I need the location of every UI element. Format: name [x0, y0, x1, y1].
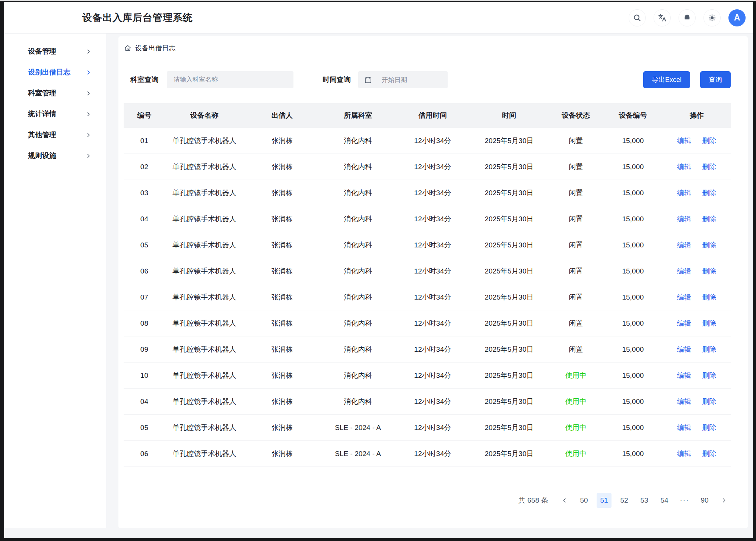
delete-link[interactable]: 删除: [702, 371, 716, 379]
dept-search-input[interactable]: [167, 71, 293, 88]
cell-duration: 12小时34分: [396, 154, 470, 180]
cell-borrower: 张润栋: [244, 180, 320, 206]
delete-link[interactable]: 删除: [702, 137, 716, 145]
edit-link[interactable]: 编辑: [677, 137, 691, 145]
cell-duration: 12小时34分: [396, 206, 470, 232]
cell-device-code: 15,000: [603, 336, 663, 363]
lending-log-table: 编号设备名称出借人所属科室借用时间时间设备状态设备编号操作 01 单孔腔镜手术机…: [124, 103, 731, 467]
edit-link[interactable]: 编辑: [677, 241, 691, 249]
column-header: 编号: [124, 103, 165, 128]
edit-link[interactable]: 编辑: [677, 345, 691, 353]
export-excel-button[interactable]: 导出Excel: [643, 71, 690, 88]
cell-status: 闲置: [549, 180, 603, 206]
pagination-page[interactable]: 52: [617, 493, 632, 508]
edit-link[interactable]: 编辑: [677, 267, 691, 275]
edit-link[interactable]: 编辑: [677, 319, 691, 327]
pagination-page[interactable]: 51: [597, 493, 612, 508]
cell-department: SLE - 2024 - A: [320, 441, 396, 467]
delete-link[interactable]: 删除: [702, 424, 716, 431]
pagination-page[interactable]: 50: [576, 493, 591, 508]
delete-link[interactable]: 删除: [702, 450, 716, 458]
dept-query-label: 科室查询: [130, 75, 159, 85]
delete-link[interactable]: 删除: [702, 267, 716, 275]
chevron-right-icon: [86, 132, 91, 138]
sidebar-item[interactable]: 统计详情: [4, 106, 106, 122]
cell-status: 闲置: [549, 128, 603, 154]
cell-date: 2025年5月30日: [470, 415, 549, 441]
table-row: 05 单孔腔镜手术机器人 张润栋 消化内科 12小时34分 2025年5月30日…: [124, 232, 731, 258]
delete-link[interactable]: 删除: [702, 241, 716, 249]
column-header: 所属科室: [320, 103, 396, 128]
pagination-page[interactable]: 90: [697, 493, 712, 508]
cell-id: 08: [124, 310, 165, 336]
column-header: 时间: [470, 103, 549, 128]
sidebar-item[interactable]: 科室管理: [4, 85, 106, 101]
app-title: 设备出入库后台管理系统: [82, 11, 193, 24]
edit-link[interactable]: 编辑: [677, 398, 691, 405]
edit-link[interactable]: 编辑: [677, 293, 691, 301]
cell-borrower: 张润栋: [244, 336, 320, 363]
query-button[interactable]: 查询: [700, 71, 731, 88]
column-header: 操作: [663, 103, 731, 128]
cell-device-name: 单孔腔镜手术机器人: [165, 232, 244, 258]
cell-status: 使用中: [549, 363, 603, 389]
delete-link[interactable]: 删除: [702, 163, 716, 171]
cell-department: 消化内科: [320, 206, 396, 232]
sidebar-item[interactable]: 设备管理: [4, 43, 106, 60]
pagination-next-button[interactable]: [717, 494, 731, 507]
delete-link[interactable]: 删除: [702, 189, 716, 197]
cell-device-code: 15,000: [603, 441, 663, 467]
cell-device-code: 15,000: [603, 415, 663, 441]
chevron-right-icon: [86, 91, 91, 96]
language-button[interactable]: [654, 9, 671, 26]
chevron-right-icon: [86, 111, 91, 117]
edit-link[interactable]: 编辑: [677, 189, 691, 197]
cell-status: 闲置: [549, 232, 603, 258]
start-date-picker[interactable]: 开始日期: [358, 71, 448, 88]
edit-link[interactable]: 编辑: [677, 163, 691, 171]
pagination-page[interactable]: 53: [637, 493, 652, 508]
edit-link[interactable]: 编辑: [677, 424, 691, 431]
cell-borrower: 张润栋: [244, 441, 320, 467]
cell-actions: 编辑 删除: [663, 154, 731, 180]
cell-duration: 12小时34分: [396, 336, 470, 363]
cell-date: 2025年5月30日: [470, 258, 549, 284]
delete-link[interactable]: 删除: [702, 293, 716, 301]
delete-link[interactable]: 删除: [702, 345, 716, 353]
user-avatar[interactable]: A: [728, 9, 746, 26]
notification-button[interactable]: [679, 9, 696, 26]
pagination-prev-button[interactable]: [558, 494, 571, 507]
sidebar: 设备管理 设别出借日志 科室管理 统计详情 其他: [4, 34, 106, 528]
calendar-icon: [364, 76, 372, 84]
cell-id: 06: [124, 258, 165, 284]
edit-link[interactable]: 编辑: [677, 371, 691, 379]
pagination-pages: 50 51 52 53 54 ··· 90: [576, 493, 712, 508]
sidebar-item[interactable]: 设别出借日志: [4, 64, 106, 80]
cell-id: 01: [124, 128, 165, 154]
table-header: 编号设备名称出借人所属科室借用时间时间设备状态设备编号操作: [124, 103, 731, 128]
sidebar-item[interactable]: 其他管理: [4, 127, 106, 143]
pagination-ellipsis: ···: [677, 493, 692, 508]
cell-borrower: 张润栋: [244, 206, 320, 232]
cell-date: 2025年5月30日: [470, 441, 549, 467]
sidebar-item[interactable]: 规则设施: [4, 148, 106, 164]
theme-button[interactable]: [703, 9, 721, 26]
pagination-page[interactable]: 54: [657, 493, 672, 508]
cell-device-name: 单孔腔镜手术机器人: [165, 284, 244, 310]
sidebar-item-label: 统计详情: [28, 109, 56, 119]
delete-link[interactable]: 删除: [702, 319, 716, 327]
sidebar-item-label: 规则设施: [28, 151, 56, 161]
cell-department: 消化内科: [320, 284, 396, 310]
cell-id: 02: [124, 154, 165, 180]
delete-link[interactable]: 删除: [702, 398, 716, 405]
cell-actions: 编辑 删除: [663, 232, 731, 258]
edit-link[interactable]: 编辑: [677, 215, 691, 223]
search-button[interactable]: [629, 9, 646, 26]
edit-link[interactable]: 编辑: [677, 450, 691, 458]
cell-borrower: 张润栋: [244, 415, 320, 441]
cell-actions: 编辑 删除: [663, 336, 731, 363]
cell-date: 2025年5月30日: [470, 206, 549, 232]
home-icon[interactable]: [124, 44, 132, 52]
cell-duration: 12小时34分: [396, 128, 470, 154]
delete-link[interactable]: 删除: [702, 215, 716, 223]
